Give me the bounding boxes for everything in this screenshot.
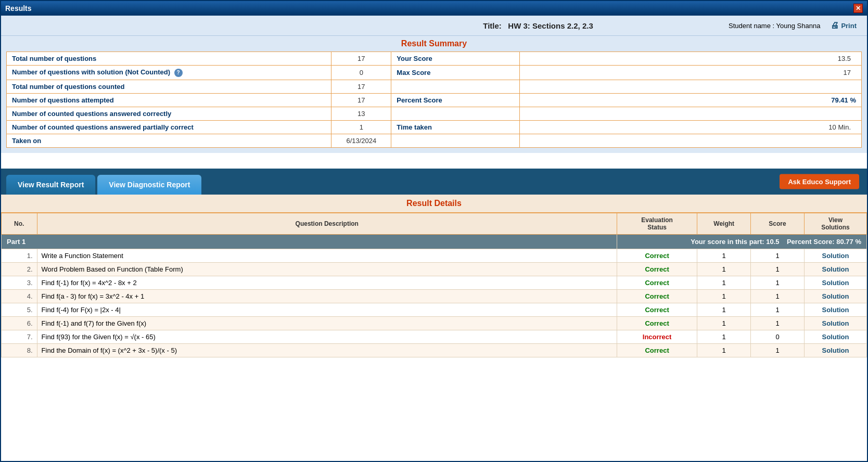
solution-link-4[interactable]: Solution bbox=[822, 292, 849, 300]
q-weight-6: 1 bbox=[697, 316, 751, 330]
solution-link-3[interactable]: Solution bbox=[822, 279, 849, 287]
assignment-title: Title: HW 3: Sections 2.2, 2.3 bbox=[483, 21, 593, 30]
summary-row-5: Number of counted questions answered cor… bbox=[7, 107, 862, 120]
details-header-row: No. Question Description EvaluationStatu… bbox=[2, 213, 867, 234]
close-button[interactable]: ✕ bbox=[853, 4, 863, 13]
table-row: 1. Write a Function Statement Correct 1 … bbox=[2, 249, 867, 262]
solution-link-1[interactable]: Solution bbox=[822, 252, 849, 260]
label-max-score: Max Score bbox=[391, 66, 519, 80]
print-label: Print bbox=[841, 22, 857, 30]
value-empty-1 bbox=[519, 80, 861, 93]
q-desc-6: Find f(-1) and f(7) for the Given f(x) bbox=[37, 316, 617, 330]
title-bar: Results ✕ bbox=[1, 1, 867, 16]
q-status-3: Correct bbox=[617, 276, 697, 289]
label-empty-3 bbox=[391, 134, 519, 147]
q-score-7: 0 bbox=[751, 330, 805, 343]
results-window: Results ✕ Title: HW 3: Sections 2.2, 2.3… bbox=[0, 0, 868, 462]
q-score-2: 1 bbox=[751, 262, 805, 276]
q-score-4: 1 bbox=[751, 289, 805, 303]
value-empty-3 bbox=[519, 134, 861, 147]
solution-link-2[interactable]: Solution bbox=[822, 265, 849, 273]
q-no-2: 2. bbox=[2, 262, 37, 276]
q-weight-8: 1 bbox=[697, 343, 751, 357]
value-attempted: 17 bbox=[331, 93, 391, 107]
header-section: Title: HW 3: Sections 2.2, 2.3 Student n… bbox=[1, 16, 867, 36]
title-value: HW 3: Sections 2.2, 2.3 bbox=[508, 21, 593, 30]
q-solution-1[interactable]: Solution bbox=[804, 249, 866, 262]
view-result-tab[interactable]: View Result Report bbox=[6, 175, 95, 195]
print-button[interactable]: 🖨 Print bbox=[831, 21, 857, 30]
q-status-4: Correct bbox=[617, 289, 697, 303]
q-score-3: 1 bbox=[751, 276, 805, 289]
q-status-2: Correct bbox=[617, 262, 697, 276]
summary-row-1: Total number of questions 17 Your Score … bbox=[7, 52, 862, 66]
q-status-6: Correct bbox=[617, 316, 697, 330]
table-row: 7. Find f(93) for the Given f(x) = √(x -… bbox=[2, 330, 867, 343]
table-row: 4. Find f(a - 3) for f(x) = 3x^2 - 4x + … bbox=[2, 289, 867, 303]
q-solution-6[interactable]: Solution bbox=[804, 316, 866, 330]
q-desc-3: Find f(-1) for f(x) = 4x^2 - 8x + 2 bbox=[37, 276, 617, 289]
ask-support-button[interactable]: Ask Educo Support bbox=[780, 174, 859, 189]
value-taken-on: 6/13/2024 bbox=[331, 134, 391, 147]
summary-row-2: Number of questions with solution (Not C… bbox=[7, 66, 862, 80]
solution-link-5[interactable]: Solution bbox=[822, 306, 849, 314]
details-table-wrapper[interactable]: No. Question Description EvaluationStatu… bbox=[1, 213, 867, 461]
q-desc-1: Write a Function Statement bbox=[37, 249, 617, 262]
q-no-4: 4. bbox=[2, 289, 37, 303]
value-max-score: 17 bbox=[519, 66, 861, 80]
table-row: 6. Find f(-1) and f(7) for the Given f(x… bbox=[2, 316, 867, 330]
q-solution-3[interactable]: Solution bbox=[804, 276, 866, 289]
col-evaluation: EvaluationStatus bbox=[617, 213, 697, 234]
q-solution-4[interactable]: Solution bbox=[804, 289, 866, 303]
q-solution-5[interactable]: Solution bbox=[804, 303, 866, 316]
q-no-7: 7. bbox=[2, 330, 37, 343]
student-name-value: Young Shanna bbox=[776, 22, 821, 30]
view-diagnostic-tab[interactable]: View Diagnostic Report bbox=[97, 175, 201, 195]
info-icon[interactable]: ? bbox=[174, 69, 183, 77]
label-not-counted: Number of questions with solution (Not C… bbox=[7, 66, 331, 80]
result-details-section: Result Details No. Question Description … bbox=[1, 195, 867, 461]
q-score-8: 1 bbox=[751, 343, 805, 357]
label-empty-2 bbox=[391, 107, 519, 120]
label-attempted: Number of questions attempted bbox=[7, 93, 331, 107]
q-desc-4: Find f(a - 3) for f(x) = 3x^2 - 4x + 1 bbox=[37, 289, 617, 303]
q-no-3: 3. bbox=[2, 276, 37, 289]
q-no-5: 5. bbox=[2, 303, 37, 316]
q-no-6: 6. bbox=[2, 316, 37, 330]
q-status-7: Incorrect bbox=[617, 330, 697, 343]
solution-link-8[interactable]: Solution bbox=[822, 346, 849, 354]
label-taken-on: Taken on bbox=[7, 134, 331, 147]
q-score-1: 1 bbox=[751, 249, 805, 262]
part-1-header: Part 1 Your score in this part: 10.5 Per… bbox=[2, 234, 867, 249]
q-desc-8: Find the Domain of f(x) = (x^2 + 3x - 5)… bbox=[37, 343, 617, 357]
summary-row-3: Total number of questions counted 17 bbox=[7, 80, 862, 93]
q-weight-4: 1 bbox=[697, 289, 751, 303]
table-row: 2. Word Problem Based on Function (Table… bbox=[2, 262, 867, 276]
q-score-6: 1 bbox=[751, 316, 805, 330]
value-your-score: 13.5 bbox=[519, 52, 861, 66]
part-1-label: Part 1 bbox=[2, 234, 617, 249]
details-table: No. Question Description EvaluationStatu… bbox=[1, 213, 867, 357]
q-no-8: 8. bbox=[2, 343, 37, 357]
col-description: Question Description bbox=[37, 213, 617, 234]
result-details-title: Result Details bbox=[1, 195, 867, 213]
q-status-5: Correct bbox=[617, 303, 697, 316]
view-diagnostic-label: View Diagnostic Report bbox=[109, 181, 190, 189]
q-weight-7: 1 bbox=[697, 330, 751, 343]
table-row: 3. Find f(-1) for f(x) = 4x^2 - 8x + 2 C… bbox=[2, 276, 867, 289]
q-solution-7[interactable]: Solution bbox=[804, 330, 866, 343]
separator bbox=[1, 153, 867, 169]
q-solution-2[interactable]: Solution bbox=[804, 262, 866, 276]
table-row: 8. Find the Domain of f(x) = (x^2 + 3x -… bbox=[2, 343, 867, 357]
value-time-taken: 10 Min. bbox=[519, 120, 861, 134]
q-desc-7: Find f(93) for the Given f(x) = √(x - 65… bbox=[37, 330, 617, 343]
q-solution-8[interactable]: Solution bbox=[804, 343, 866, 357]
q-desc-2: Word Problem Based on Function (Table Fo… bbox=[37, 262, 617, 276]
student-label: Student name : bbox=[729, 22, 774, 30]
table-row: 5. Find f(-4) for F(x) = |2x - 4| Correc… bbox=[2, 303, 867, 316]
solution-link-7[interactable]: Solution bbox=[822, 333, 849, 341]
result-summary-section: Result Summary Total number of questions… bbox=[1, 36, 867, 153]
tab-bar: View Result Report View Diagnostic Repor… bbox=[1, 169, 867, 195]
solution-link-6[interactable]: Solution bbox=[822, 319, 849, 327]
value-total-counted: 17 bbox=[331, 80, 391, 93]
